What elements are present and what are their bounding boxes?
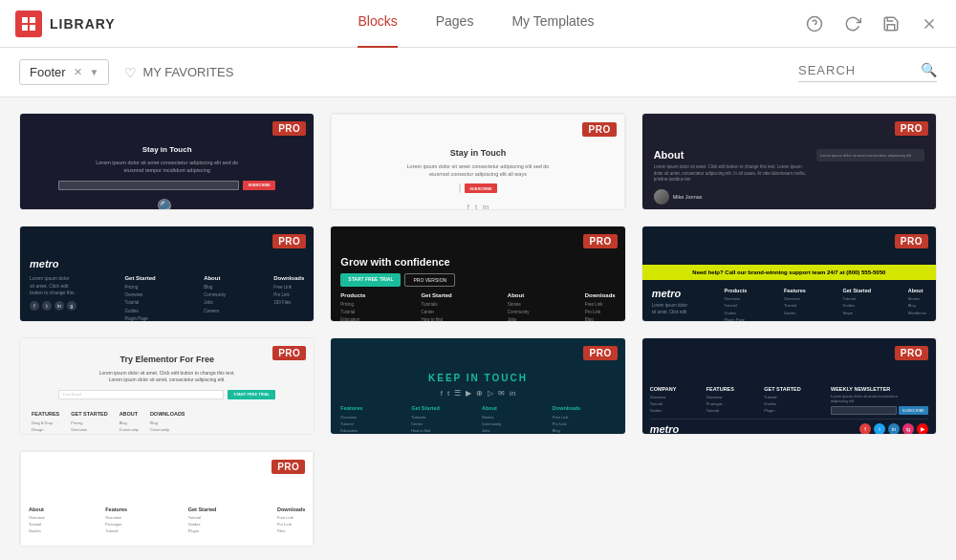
card-preview-3: About Lorem ipsum dolor sit amet. Click …	[642, 114, 936, 210]
card-preview-9: COMPANY OverviewTutorialGuides FEATURES …	[642, 338, 936, 435]
favorites-label: MY FAVORITES	[142, 65, 233, 79]
card-preview-1: Stay in Touch Lorem ipsum dolor sit amet…	[20, 114, 314, 210]
search-icon[interactable]: 🔍	[921, 62, 937, 77]
svg-rect-1	[30, 17, 35, 23]
toolbar: Footer ✕ ▼ ♡ MY FAVORITES 🔍	[0, 48, 956, 97]
pro-badge-1: PRO	[272, 121, 306, 136]
logo-area: LIBRARY	[15, 11, 149, 37]
filter-dropdown[interactable]: Footer ✕ ▼	[19, 59, 109, 85]
nav-tabs: Blocks Pages My Templates	[149, 0, 803, 48]
template-card-9[interactable]: COMPANY OverviewTutorialGuides FEATURES …	[641, 337, 937, 435]
template-card-3[interactable]: About Lorem ipsum dolor sit amet. Click …	[641, 113, 937, 210]
logo-text: LIBRARY	[50, 16, 116, 32]
card-preview-2: Stay in Touch Lorem ipsum dolor sit amet…	[331, 114, 624, 210]
template-grid: Stay in Touch Lorem ipsum dolor sit amet…	[0, 97, 956, 560]
svg-rect-3	[30, 25, 35, 31]
filter-arrow-icon: ▼	[90, 67, 99, 77]
pro-badge-6: PRO	[895, 234, 928, 248]
card-preview-4: metro Lorem ipsum dolorsit amet. Click e…	[20, 226, 314, 323]
pro-badge-7: PRO	[272, 346, 306, 360]
help-icon[interactable]	[803, 12, 826, 35]
template-card-1[interactable]: Stay in Touch Lorem ipsum dolor sit amet…	[19, 113, 315, 210]
search-area: 🔍	[798, 62, 937, 82]
pro-badge-8: PRO	[583, 346, 617, 360]
card-preview-6: Need help? Call our brand-winning suppor…	[642, 226, 936, 323]
template-card-4[interactable]: metro Lorem ipsum dolorsit amet. Click e…	[19, 226, 315, 323]
template-card-6[interactable]: Need help? Call our brand-winning suppor…	[641, 226, 937, 323]
card-preview-5: Grow with confidence START FREE TRIAL PR…	[331, 226, 624, 323]
filter-clear-button[interactable]: ✕	[74, 66, 82, 78]
refresh-icon[interactable]	[841, 12, 864, 35]
save-icon[interactable]	[880, 12, 902, 35]
pro-badge-5: PRO	[583, 234, 617, 248]
header: LIBRARY Blocks Pages My Templates	[0, 0, 956, 48]
header-actions	[803, 12, 941, 35]
card-preview-7: Try Elementor For Free Lorem ipsum dolor…	[20, 338, 314, 435]
tab-pages[interactable]: Pages	[436, 0, 474, 48]
template-card-10[interactable]: About OverviewTutorialGuides Features Ov…	[19, 450, 315, 548]
template-card-8[interactable]: KEEP IN TOUCH ft☰▶⊕▷✉in Features Overvie…	[330, 337, 625, 435]
favorites-button[interactable]: ♡ MY FAVORITES	[124, 65, 233, 80]
logo-icon	[15, 11, 42, 37]
pro-badge-2: PRO	[582, 122, 616, 137]
svg-rect-2	[22, 25, 28, 31]
svg-rect-0	[22, 17, 28, 23]
filter-value: Footer	[30, 65, 66, 79]
pro-badge-9: PRO	[895, 346, 928, 360]
template-card-2[interactable]: Stay in Touch Lorem ipsum dolor sit amet…	[330, 113, 625, 210]
card-preview-8: KEEP IN TOUCH ft☰▶⊕▷✉in Features Overvie…	[331, 338, 624, 435]
card-preview-10: About OverviewTutorialGuides Features Ov…	[20, 451, 314, 548]
template-card-5[interactable]: Grow with confidence START FREE TRIAL PR…	[330, 226, 625, 323]
heart-icon: ♡	[124, 65, 137, 80]
close-icon[interactable]	[918, 12, 941, 35]
pro-badge-10: PRO	[272, 460, 305, 474]
pro-badge-4: PRO	[272, 234, 306, 248]
tab-blocks[interactable]: Blocks	[358, 0, 397, 48]
template-card-7[interactable]: Try Elementor For Free Lorem ipsum dolor…	[19, 337, 315, 435]
pro-badge-3: PRO	[895, 121, 928, 136]
tab-my-templates[interactable]: My Templates	[511, 0, 594, 48]
search-input[interactable]	[798, 63, 913, 77]
